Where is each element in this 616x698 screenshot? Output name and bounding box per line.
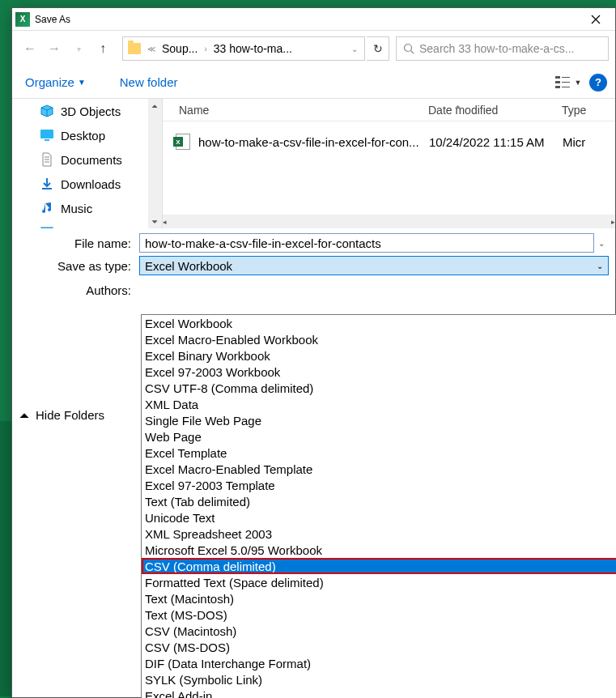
chevron-right-icon: › bbox=[202, 45, 208, 53]
chevron-icon: ≪ bbox=[146, 45, 157, 53]
search-input[interactable]: Search 33 how-to-make-a-cs... bbox=[396, 36, 609, 61]
filetype-dropdown: Excel WorkbookExcel Macro-Enabled Workbo… bbox=[141, 314, 616, 698]
titlebar: X Save As bbox=[12, 8, 615, 31]
tree-music[interactable]: Music bbox=[12, 196, 162, 220]
file-row[interactable]: how-to-make-a-csv-file-in-excel-for-con.… bbox=[163, 130, 615, 154]
up-button[interactable]: ↑ bbox=[91, 37, 114, 60]
back-button[interactable]: ← bbox=[19, 37, 41, 60]
filetype-option[interactable]: DIF (Data Interchange Format) bbox=[142, 655, 616, 671]
filetype-option[interactable]: Web Page bbox=[142, 428, 616, 445]
filetype-option[interactable]: CSV UTF-8 (Comma delimited) bbox=[142, 380, 616, 396]
tree-pictures[interactable]: Pictures bbox=[12, 220, 162, 228]
filetype-option[interactable]: Text (MS-DOS) bbox=[142, 606, 616, 623]
svg-rect-6 bbox=[555, 86, 560, 88]
chevron-down-icon[interactable]: ⌄ bbox=[350, 45, 359, 53]
filetype-option[interactable]: Excel Binary Workbook bbox=[142, 347, 616, 364]
tree-desktop[interactable]: Desktop bbox=[12, 123, 162, 147]
filetype-option[interactable]: SYLK (Symbolic Link) bbox=[142, 671, 616, 687]
svg-line-1 bbox=[411, 51, 414, 54]
filetype-option[interactable]: Unicode Text bbox=[142, 509, 616, 526]
tree-downloads[interactable]: Downloads bbox=[12, 172, 162, 196]
excel-icon: X bbox=[15, 12, 30, 27]
file-name-input[interactable] bbox=[139, 233, 594, 253]
breadcrumb-1[interactable]: Soup... bbox=[162, 42, 198, 55]
file-date: 10/24/2022 11:15 AM bbox=[429, 135, 563, 149]
file-list-header: Name Date modified Type ⏶ bbox=[163, 99, 615, 121]
column-type[interactable]: Type bbox=[554, 99, 615, 121]
column-name[interactable]: Name bbox=[163, 99, 420, 121]
filetype-option[interactable]: Text (Macintosh) bbox=[142, 590, 616, 606]
filetype-option[interactable]: CSV (MS-DOS) bbox=[142, 639, 616, 655]
documents-icon bbox=[40, 152, 54, 167]
filetype-option[interactable]: Formatted Text (Space delimited) bbox=[142, 574, 616, 590]
sort-indicator-icon: ⏶ bbox=[446, 99, 470, 114]
breadcrumb-2[interactable]: 33 how-to-ma... bbox=[214, 42, 292, 55]
svg-point-0 bbox=[405, 45, 412, 52]
scroll-up-icon[interactable]: ⏶ bbox=[148, 99, 162, 113]
toolbar: Organize ▼ New folder ▼ ? bbox=[12, 66, 615, 99]
refresh-button[interactable]: ↻ bbox=[367, 36, 389, 61]
hide-folders-button[interactable]: ⏶ Hide Folders bbox=[19, 408, 104, 422]
filetype-option[interactable]: Excel Add-in bbox=[142, 687, 616, 698]
svg-rect-2 bbox=[555, 76, 560, 79]
filetype-option[interactable]: Excel Template bbox=[142, 445, 616, 461]
save-type-label: Save as type: bbox=[19, 259, 139, 273]
tree-documents[interactable]: Documents bbox=[12, 147, 162, 172]
body: 3D Objects Desktop Documents Downloads M… bbox=[12, 99, 615, 228]
address-bar[interactable]: ≪ Soup... › 33 how-to-ma... ⌄ bbox=[122, 36, 365, 61]
pictures-icon bbox=[40, 225, 54, 228]
svg-rect-3 bbox=[562, 77, 570, 78]
folder-tree: 3D Objects Desktop Documents Downloads M… bbox=[12, 99, 163, 228]
filetype-option[interactable]: XML Data bbox=[142, 396, 616, 412]
file-name-dropdown[interactable]: ⌄ bbox=[594, 239, 609, 248]
scroll-right-icon[interactable]: ▸ bbox=[611, 215, 615, 228]
save-as-dialog: X Save As ← → ▾ ↑ ≪ Soup... › 33 how-to-… bbox=[11, 7, 616, 698]
tree-scrollbar[interactable]: ⏶ ⏷ bbox=[148, 99, 162, 228]
file-type: Micr bbox=[563, 135, 585, 149]
save-type-select[interactable]: Excel Workbook ⌄ bbox=[139, 256, 609, 275]
music-icon bbox=[40, 201, 54, 215]
close-icon bbox=[591, 15, 601, 24]
horizontal-scrollbar[interactable]: ◂ ▸ bbox=[163, 215, 615, 228]
chevron-down-icon: ⌄ bbox=[597, 262, 603, 270]
chevron-up-icon: ⏶ bbox=[19, 408, 31, 422]
filetype-option[interactable]: Excel Macro-Enabled Workbook bbox=[142, 331, 616, 347]
filetype-option[interactable]: CSV (Macintosh) bbox=[142, 623, 616, 639]
downloads-icon bbox=[40, 177, 54, 191]
column-date[interactable]: Date modified bbox=[420, 99, 554, 121]
new-folder-button[interactable]: New folder bbox=[115, 72, 183, 92]
svg-rect-4 bbox=[555, 81, 560, 83]
file-name-label: File name: bbox=[19, 236, 139, 250]
organize-menu[interactable]: Organize ▼ bbox=[20, 72, 91, 92]
help-button[interactable]: ? bbox=[589, 74, 607, 92]
view-icon bbox=[555, 76, 573, 89]
dialog-title: Save As bbox=[35, 14, 70, 25]
svg-rect-5 bbox=[562, 82, 570, 83]
filetype-option[interactable]: CSV (Comma delimited) bbox=[142, 558, 616, 574]
excel-file-icon bbox=[174, 133, 192, 151]
desktop-icon bbox=[40, 128, 54, 143]
file-list: Name Date modified Type ⏶ how-to-make-a-… bbox=[163, 99, 615, 228]
tree-3d-objects[interactable]: 3D Objects bbox=[12, 99, 162, 123]
filetype-option[interactable]: Microsoft Excel 5.0/95 Workbook bbox=[142, 542, 616, 558]
filetype-option[interactable]: Excel Workbook bbox=[142, 315, 616, 331]
filetype-option[interactable]: Excel 97-2003 Template bbox=[142, 477, 616, 493]
form: File name: ⌄ Save as type: Excel Workboo… bbox=[12, 228, 615, 305]
svg-rect-14 bbox=[41, 228, 53, 228]
svg-rect-9 bbox=[45, 139, 49, 141]
close-button[interactable] bbox=[580, 8, 612, 31]
navigation-bar: ← → ▾ ↑ ≪ Soup... › 33 how-to-ma... ⌄ ↻ … bbox=[12, 31, 615, 66]
filetype-option[interactable]: Excel 97-2003 Workbook bbox=[142, 364, 616, 380]
filetype-option[interactable]: Text (Tab delimited) bbox=[142, 493, 616, 509]
filetype-option[interactable]: Single File Web Page bbox=[142, 412, 616, 428]
svg-rect-7 bbox=[562, 87, 570, 87]
scroll-down-icon[interactable]: ⏷ bbox=[148, 215, 162, 228]
filetype-option[interactable]: Excel Macro-Enabled Template bbox=[142, 461, 616, 477]
view-options[interactable]: ▼ bbox=[554, 73, 583, 92]
filetype-option[interactable]: XML Spreadsheet 2003 bbox=[142, 526, 616, 542]
recent-dropdown[interactable]: ▾ bbox=[67, 37, 90, 60]
search-icon bbox=[403, 43, 414, 54]
file-name: how-to-make-a-csv-file-in-excel-for-con.… bbox=[198, 135, 429, 149]
authors-label: Authors: bbox=[19, 283, 139, 297]
folder-icon bbox=[128, 43, 141, 54]
